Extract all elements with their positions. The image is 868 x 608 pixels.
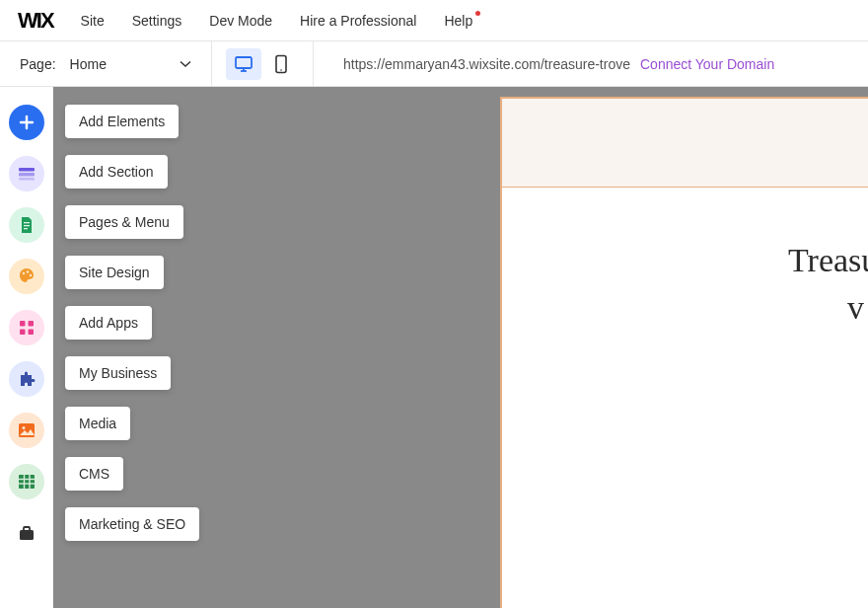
main-editor-area: Add Elements Add Section Pages & Menu Si… <box>0 87 868 608</box>
label-cms[interactable]: CMS <box>65 457 123 491</box>
label-my-business[interactable]: My Business <box>65 356 171 390</box>
menu-help[interactable]: Help <box>444 13 472 29</box>
menu-help-label: Help <box>444 13 472 29</box>
label-add-section[interactable]: Add Section <box>65 155 168 189</box>
mobile-icon <box>274 54 288 74</box>
site-preview-frame[interactable]: Home O Treasu v <box>500 97 868 608</box>
svg-rect-13 <box>28 321 34 327</box>
image-icon <box>18 422 36 438</box>
desktop-icon <box>234 55 253 73</box>
rail-add-section[interactable] <box>9 156 44 191</box>
preview-nav: Home O <box>502 99 868 188</box>
rail-add-apps[interactable] <box>9 310 44 345</box>
rail-site-design[interactable] <box>9 259 44 294</box>
rail-media[interactable] <box>9 413 44 448</box>
mobile-view-button[interactable] <box>263 48 299 80</box>
page-icon <box>20 216 34 234</box>
label-add-apps[interactable]: Add Apps <box>65 306 152 340</box>
svg-rect-7 <box>24 225 30 226</box>
device-toggle-group <box>212 41 314 86</box>
briefcase-icon <box>18 525 36 541</box>
label-add-elements[interactable]: Add Elements <box>65 105 179 138</box>
label-pages-menu[interactable]: Pages & Menu <box>65 205 183 239</box>
page-selector-label: Page: <box>20 56 56 72</box>
svg-point-17 <box>22 426 25 429</box>
svg-rect-12 <box>20 321 26 327</box>
url-bar: https://emmaryan43.wixsite.com/treasure-… <box>314 41 868 86</box>
svg-point-11 <box>29 274 31 276</box>
label-marketing-seo[interactable]: Marketing & SEO <box>65 507 199 541</box>
page-selector-value: Home <box>70 56 166 72</box>
svg-rect-5 <box>19 178 35 181</box>
svg-rect-18 <box>19 475 35 489</box>
desktop-view-button[interactable] <box>226 48 261 80</box>
apps-grid-icon <box>19 320 35 336</box>
preview-body: Treasu v <box>502 188 868 331</box>
left-tool-rail <box>0 87 53 608</box>
wix-logo[interactable]: WIX <box>18 8 53 34</box>
label-site-design[interactable]: Site Design <box>65 256 164 289</box>
table-icon <box>18 474 36 490</box>
svg-rect-14 <box>20 330 26 336</box>
rail-pages-menu[interactable] <box>9 207 44 243</box>
svg-rect-6 <box>24 222 30 223</box>
svg-rect-23 <box>20 530 34 540</box>
svg-rect-8 <box>24 228 28 229</box>
svg-point-10 <box>26 270 28 272</box>
menu-dev-mode[interactable]: Dev Mode <box>209 13 272 29</box>
menu-site[interactable]: Site <box>81 13 105 29</box>
chevron-down-icon <box>180 60 191 68</box>
svg-rect-3 <box>19 168 35 172</box>
rail-marketing-seo[interactable] <box>9 515 44 551</box>
rail-labels-column: Add Elements Add Section Pages & Menu Si… <box>65 105 199 541</box>
svg-rect-0 <box>236 57 252 68</box>
rail-add-elements[interactable] <box>9 105 44 140</box>
label-media[interactable]: Media <box>65 407 130 440</box>
plus-icon <box>19 114 35 130</box>
top-menu-bar: WIX Site Settings Dev Mode Hire a Profes… <box>0 0 868 41</box>
svg-rect-15 <box>28 330 34 336</box>
svg-point-2 <box>280 69 282 71</box>
connect-domain-link[interactable]: Connect Your Domain <box>640 56 774 72</box>
editor-toolbar: Page: Home https://emmaryan43.wixsite.co… <box>0 41 868 87</box>
site-url: https://emmaryan43.wixsite.com/treasure-… <box>343 56 630 72</box>
svg-point-9 <box>22 272 24 274</box>
notification-dot-icon <box>475 11 480 16</box>
puzzle-icon <box>18 370 36 388</box>
svg-rect-4 <box>19 173 35 177</box>
paint-icon <box>18 267 36 285</box>
rail-my-business[interactable] <box>9 361 44 397</box>
menu-hire-professional[interactable]: Hire a Professional <box>300 13 416 29</box>
menu-settings[interactable]: Settings <box>132 13 182 29</box>
section-icon <box>18 167 36 181</box>
rail-cms[interactable] <box>9 464 44 499</box>
preview-title-text: Treasu v <box>502 237 868 331</box>
page-selector[interactable]: Page: Home <box>0 41 212 86</box>
